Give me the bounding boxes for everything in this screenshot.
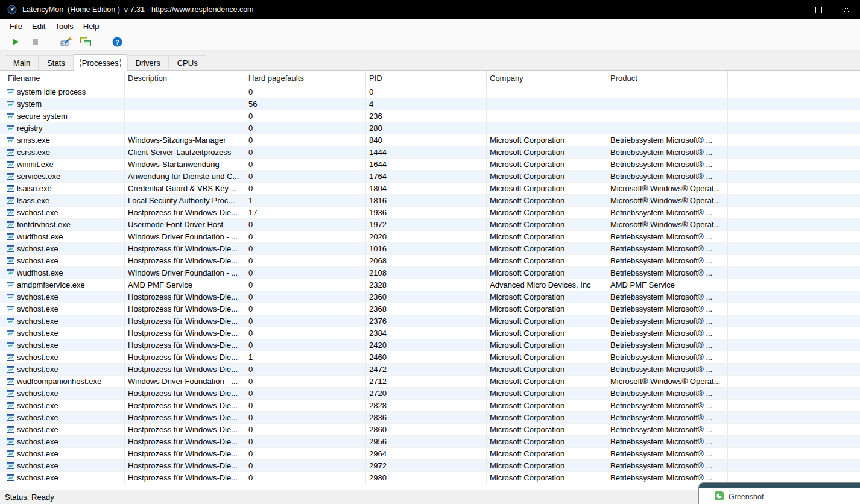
help-button[interactable]: ? — [109, 34, 125, 49]
filename-text: wininit.exe — [17, 160, 54, 169]
table-row[interactable]: svchost.exeHostprozess für Windows-Die..… — [0, 243, 860, 255]
cell-company: Microsoft Corporation — [487, 388, 607, 399]
cell-hard_pagefaults: 0 — [245, 86, 366, 98]
menu-item-tools[interactable]: Tools — [50, 20, 78, 32]
table-row[interactable]: csrss.exeClient-Server-Laufzeitprozess01… — [0, 146, 860, 159]
cell-pid: 2712 — [366, 376, 487, 387]
table-row[interactable]: svchost.exeHostprozess für Windows-Die..… — [0, 448, 860, 460]
cell-company: Microsoft Corporation — [487, 400, 607, 411]
minimize-button[interactable] — [777, 0, 805, 19]
table-row[interactable]: amdpmfservice.exeAMD PMF Service02328Adv… — [0, 279, 860, 291]
start-monitor-button[interactable] — [7, 34, 24, 49]
cell-hard_pagefaults: 0 — [245, 122, 366, 134]
maximize-button[interactable] — [805, 0, 832, 19]
table-row[interactable]: svchost.exeHostprozess für Windows-Die..… — [0, 255, 860, 267]
table-row[interactable]: svchost.exeHostprozess für Windows-Die..… — [0, 351, 860, 364]
column-header-filename[interactable]: Filename — [0, 71, 125, 86]
table-row[interactable]: svchost.exeHostprozess für Windows-Die..… — [0, 207, 860, 219]
filename-text: lsaiso.exe — [17, 184, 52, 193]
cell-filler — [728, 243, 860, 254]
cell-description: Hostprozess für Windows-Die... — [125, 400, 245, 411]
column-header-pid[interactable]: PID — [366, 71, 487, 86]
filename-text: services.exe — [17, 172, 60, 181]
tab-main[interactable]: Main — [5, 55, 39, 70]
table-row[interactable]: svchost.exeHostprozess für Windows-Die..… — [0, 339, 860, 351]
table-row[interactable]: svchost.exeHostprozess für Windows-Die..… — [0, 412, 860, 424]
table-row[interactable]: services.exeAnwendung für Dienste und C.… — [0, 171, 860, 183]
column-header-description[interactable]: Description — [125, 71, 245, 86]
cell-pid: 2828 — [366, 400, 487, 411]
filename-text: secure system — [17, 112, 68, 121]
driver-tools-button[interactable] — [58, 34, 75, 49]
window-title: LatencyMon (Home Edition ) v 7.31 - http… — [22, 5, 254, 14]
table-row[interactable]: lsass.exeLocal Security Authority Proc..… — [0, 195, 860, 207]
column-header-hard_pagefaults[interactable]: Hard pagefaults — [245, 71, 366, 86]
process-icon — [7, 282, 14, 288]
tab-cpus[interactable]: CPUs — [169, 55, 206, 70]
greenshot-toast[interactable]: Greenshot — [698, 482, 860, 504]
table-row[interactable]: system idle process00 — [0, 86, 860, 98]
cell-hard_pagefaults: 0 — [245, 146, 366, 158]
table-row[interactable]: svchost.exeHostprozess für Windows-Die..… — [0, 315, 860, 327]
cell-pid: 1764 — [366, 171, 487, 182]
table-row[interactable]: wudfhost.exeWindows Driver Foundation - … — [0, 231, 860, 243]
cell-pid: 2420 — [366, 339, 487, 351]
table-row[interactable]: svchost.exeHostprozess für Windows-Die..… — [0, 291, 860, 303]
cell-filename: svchost.exe — [0, 207, 125, 218]
table-row[interactable]: svchost.exeHostprozess für Windows-Die..… — [0, 436, 860, 448]
cell-description: Hostprozess für Windows-Die... — [125, 291, 245, 303]
table-row[interactable]: smss.exeWindows-Sitzungs-Manager0840Micr… — [0, 134, 860, 146]
table-row[interactable]: system564 — [0, 98, 860, 110]
cell-filler — [728, 267, 860, 279]
cell-filler — [728, 134, 860, 146]
table-row[interactable]: wudfcompanionhost.exeWindows Driver Foun… — [0, 376, 860, 388]
table-row[interactable]: lsaiso.exeCredential Guard & VBS Key ...… — [0, 183, 860, 195]
toolbar-separator — [96, 42, 106, 42]
toast-app-name: Greenshot — [729, 493, 764, 501]
cell-pid: 236 — [366, 110, 487, 122]
tab-drivers[interactable]: Drivers — [127, 55, 169, 70]
column-header-company[interactable]: Company — [487, 71, 607, 86]
table-row[interactable]: svchost.exeHostprozess für Windows-Die..… — [0, 303, 860, 315]
menu-item-file[interactable]: File — [5, 20, 27, 32]
table-row[interactable]: svchost.exeHostprozess für Windows-Die..… — [0, 424, 860, 436]
copy-report-button[interactable] — [77, 34, 94, 49]
cell-company: Microsoft Corporation — [487, 460, 607, 471]
cell-filename: svchost.exe — [0, 460, 125, 471]
cell-filename: lsass.exe — [0, 195, 125, 206]
tab-processes[interactable]: Processes — [74, 54, 127, 71]
process-icon — [7, 318, 14, 324]
table-row[interactable]: registry0280 — [0, 122, 860, 134]
menu-item-help[interactable]: Help — [78, 20, 104, 32]
cell-filler — [728, 424, 860, 435]
overlapping-windows-icon — [80, 37, 92, 47]
tab-stats[interactable]: Stats — [39, 55, 74, 70]
process-icon — [7, 294, 14, 300]
cell-product — [607, 110, 728, 122]
table-row[interactable]: svchost.exeHostprozess für Windows-Die..… — [0, 400, 860, 412]
close-button[interactable] — [832, 0, 860, 19]
cell-pid: 1816 — [366, 195, 487, 206]
cell-filename: svchost.exe — [0, 388, 125, 399]
menu-item-edit[interactable]: Edit — [27, 20, 50, 32]
table-row[interactable]: svchost.exeHostprozess für Windows-Die..… — [0, 364, 860, 376]
cell-hard_pagefaults: 56 — [245, 98, 366, 110]
cell-pid: 1936 — [366, 207, 487, 218]
cell-product: Betriebssystem Microsoft® ... — [607, 146, 728, 158]
table-row[interactable]: secure system0236 — [0, 110, 860, 122]
cell-product: Betriebssystem Microsoft® ... — [607, 303, 728, 315]
stop-monitor-button[interactable] — [27, 34, 43, 49]
cell-product: Betriebssystem Microsoft® ... — [607, 412, 728, 423]
table-row[interactable]: svchost.exeHostprozess für Windows-Die..… — [0, 388, 860, 400]
table-row[interactable]: wininit.exeWindows-Startanwendung01644Mi… — [0, 159, 860, 171]
cell-company: Microsoft Corporation — [487, 472, 607, 484]
column-header-product[interactable]: Product — [607, 71, 728, 86]
cell-filler — [728, 195, 860, 206]
table-row[interactable]: wudfhost.exeWindows Driver Foundation - … — [0, 267, 860, 279]
cell-filler — [728, 412, 860, 423]
table-row[interactable]: svchost.exeHostprozess für Windows-Die..… — [0, 327, 860, 339]
table-row[interactable]: fontdrvhost.exeUsermode Font Driver Host… — [0, 219, 860, 231]
cell-company: Advanced Micro Devices, Inc — [487, 279, 607, 291]
cell-filler — [728, 183, 860, 194]
table-row[interactable]: svchost.exeHostprozess für Windows-Die..… — [0, 460, 860, 472]
